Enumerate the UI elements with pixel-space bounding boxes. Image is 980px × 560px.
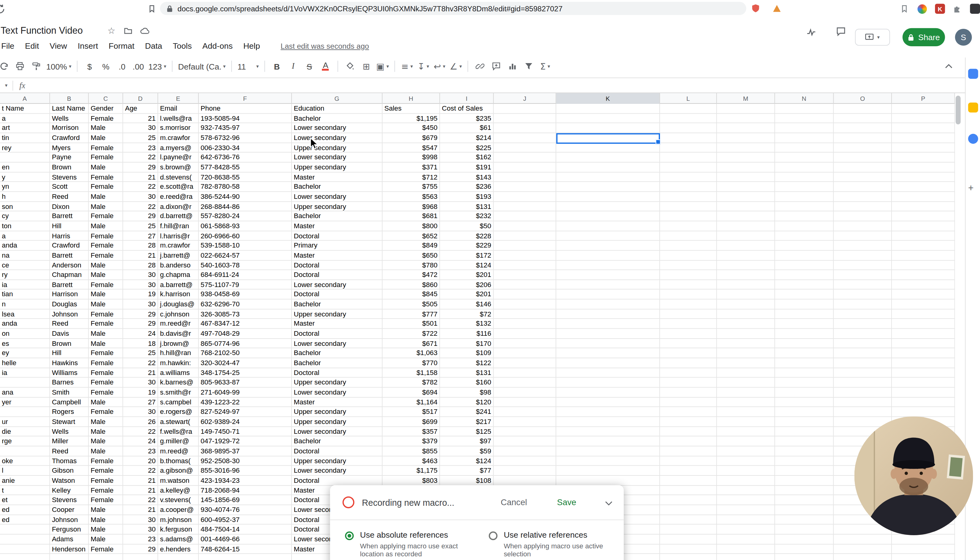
cell[interactable]: Thomas bbox=[50, 456, 89, 466]
cell[interactable] bbox=[717, 466, 775, 476]
radio-unselected-icon[interactable] bbox=[489, 532, 497, 540]
cell[interactable] bbox=[717, 476, 775, 485]
font-size-selector[interactable]: 11▾ bbox=[237, 59, 258, 74]
cell[interactable]: 29 bbox=[123, 212, 158, 221]
save-button[interactable]: Save bbox=[557, 498, 576, 507]
cell[interactable]: Lower secondary bbox=[292, 280, 383, 290]
borders-icon[interactable]: ⊞ bbox=[360, 59, 373, 74]
column-header-F[interactable]: F bbox=[199, 93, 292, 104]
cell[interactable] bbox=[556, 182, 660, 192]
cell[interactable] bbox=[0, 378, 50, 388]
cell[interactable]: 30 bbox=[123, 300, 158, 309]
cell[interactable] bbox=[494, 260, 556, 270]
cell[interactable] bbox=[556, 114, 660, 123]
cell[interactable]: 557-8280-24 bbox=[199, 212, 292, 221]
cell[interactable]: Stevens bbox=[50, 495, 89, 505]
cell[interactable]: 497-7048-29 bbox=[199, 329, 292, 339]
cell[interactable]: 22 bbox=[123, 495, 158, 505]
cell[interactable] bbox=[834, 378, 892, 388]
cell[interactable]: Female bbox=[89, 241, 123, 251]
cell[interactable]: a.barrett@ bbox=[158, 280, 199, 290]
cell[interactable]: Male bbox=[89, 221, 123, 231]
cell[interactable] bbox=[892, 309, 955, 319]
cell[interactable]: Lower secondary bbox=[292, 388, 383, 397]
cell[interactable] bbox=[556, 309, 660, 319]
cell[interactable]: $1,195 bbox=[383, 114, 440, 123]
cell[interactable] bbox=[717, 153, 775, 163]
cell[interactable] bbox=[892, 162, 955, 172]
cell[interactable] bbox=[775, 397, 834, 407]
cell[interactable]: Doctoral bbox=[292, 270, 383, 280]
cell[interactable] bbox=[775, 535, 834, 544]
cell[interactable]: 484-7504-14 bbox=[199, 525, 292, 535]
cell[interactable] bbox=[0, 535, 50, 544]
cell[interactable]: $97 bbox=[440, 437, 494, 446]
column-header-O[interactable]: O bbox=[834, 93, 892, 104]
cell[interactable] bbox=[660, 123, 717, 133]
cloud-status-icon[interactable] bbox=[140, 27, 150, 34]
cell[interactable]: 145-1856-69 bbox=[199, 495, 292, 505]
cell[interactable]: Douglas bbox=[50, 300, 89, 309]
cell[interactable]: 938-0458-69 bbox=[199, 290, 292, 300]
cell[interactable]: 718-2068-94 bbox=[199, 485, 292, 495]
cell[interactable]: Johnson bbox=[50, 515, 89, 525]
calendar-icon[interactable] bbox=[968, 68, 978, 79]
cell[interactable] bbox=[775, 358, 834, 368]
cell[interactable]: Stevens bbox=[50, 172, 89, 182]
cell[interactable] bbox=[0, 544, 50, 554]
cell[interactable]: m.crawfor bbox=[158, 133, 199, 143]
column-header-G[interactable]: G bbox=[292, 93, 383, 104]
cell[interactable]: Female bbox=[89, 544, 123, 554]
cell[interactable] bbox=[775, 319, 834, 329]
cell[interactable]: Age bbox=[123, 104, 158, 114]
cell[interactable]: $170 bbox=[440, 339, 494, 348]
cell[interactable]: n bbox=[0, 300, 50, 309]
cell[interactable] bbox=[556, 407, 660, 417]
cell[interactable] bbox=[660, 505, 717, 515]
cell[interactable] bbox=[775, 339, 834, 348]
browser-menu-icon[interactable] bbox=[970, 4, 980, 14]
cell[interactable] bbox=[556, 212, 660, 221]
cell[interactable] bbox=[717, 231, 775, 241]
cell[interactable]: $699 bbox=[383, 417, 440, 427]
cell[interactable]: Female bbox=[89, 251, 123, 260]
cell[interactable]: Master bbox=[292, 319, 383, 329]
cell[interactable] bbox=[834, 231, 892, 241]
cell[interactable]: a.gibson@ bbox=[158, 466, 199, 476]
cell[interactable] bbox=[556, 358, 660, 368]
cell[interactable]: et bbox=[0, 495, 50, 505]
cell[interactable] bbox=[892, 368, 955, 378]
cell[interactable] bbox=[775, 407, 834, 417]
cell[interactable]: $379 bbox=[383, 437, 440, 446]
cell[interactable]: Doctoral bbox=[292, 476, 383, 485]
cell[interactable] bbox=[660, 388, 717, 397]
cell[interactable] bbox=[717, 407, 775, 417]
cell[interactable]: j.barrett@ bbox=[158, 251, 199, 260]
cell[interactable]: 782-8780-58 bbox=[199, 182, 292, 192]
cell[interactable]: m.crawfor bbox=[158, 241, 199, 251]
column-header-H[interactable]: H bbox=[383, 93, 440, 104]
cell[interactable] bbox=[717, 309, 775, 319]
cell[interactable]: 575-1107-79 bbox=[199, 280, 292, 290]
cell[interactable]: $652 bbox=[383, 231, 440, 241]
vertical-align-icon[interactable]: ↧▾ bbox=[417, 59, 430, 74]
cell[interactable]: f.hill@ran bbox=[158, 221, 199, 231]
cell[interactable]: Barrett bbox=[50, 251, 89, 260]
cell[interactable]: l bbox=[0, 466, 50, 476]
column-header-M[interactable]: M bbox=[717, 93, 775, 104]
cell[interactable]: $235 bbox=[440, 114, 494, 123]
cell[interactable]: Wells bbox=[50, 114, 89, 123]
cell[interactable]: a.kelley@ bbox=[158, 485, 199, 495]
cell[interactable]: Female bbox=[89, 407, 123, 417]
cell[interactable] bbox=[775, 446, 834, 456]
cell[interactable] bbox=[660, 260, 717, 270]
cell[interactable] bbox=[717, 485, 775, 495]
cell[interactable]: k.harrison bbox=[158, 290, 199, 300]
cell[interactable]: $1,158 bbox=[383, 368, 440, 378]
cell[interactable]: Female bbox=[89, 378, 123, 388]
cell[interactable]: Female bbox=[89, 153, 123, 163]
cell[interactable]: m.hawkin: bbox=[158, 358, 199, 368]
cell[interactable] bbox=[199, 554, 292, 560]
menu-addons[interactable]: Add-ons bbox=[203, 42, 233, 51]
cell[interactable] bbox=[775, 114, 834, 123]
